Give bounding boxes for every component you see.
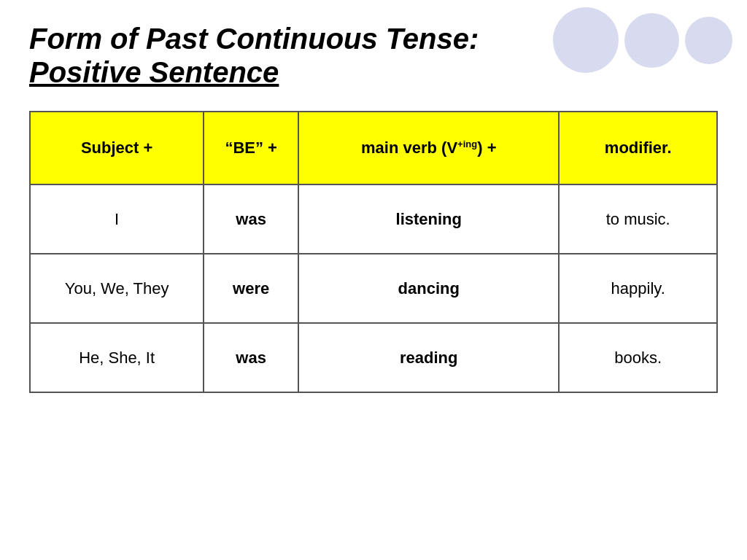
circle-1 — [553, 7, 619, 73]
table-row: He, She, It was reading books. — [30, 323, 717, 392]
title-line2: Positive Sentence — [29, 55, 514, 89]
row2-modifier: happily. — [559, 254, 717, 323]
header-modifier: modifier. — [559, 112, 717, 184]
row3-verb: reading — [298, 323, 559, 392]
circle-2 — [624, 13, 679, 68]
row3-be: was — [204, 323, 298, 392]
title-line1: Form of Past Continuous Tense: — [29, 22, 514, 55]
header-subject: Subject + — [30, 112, 204, 184]
row1-modifier: to music. — [559, 184, 717, 254]
decorative-circles — [553, 7, 732, 73]
header-verb-superscript: +ing — [457, 139, 477, 149]
row1-subject: I — [30, 184, 204, 254]
row1-verb: listening — [298, 184, 559, 254]
row2-be: were — [204, 254, 298, 323]
table-row: You, We, They were dancing happily. — [30, 254, 717, 323]
header-verb-suffix: ) + — [477, 139, 496, 157]
grammar-table: Subject + “BE” + main verb (V+ing) + mod… — [29, 111, 718, 393]
header-be: “BE” + — [204, 112, 298, 184]
row2-subject: You, We, They — [30, 254, 204, 323]
row2-verb: dancing — [298, 254, 559, 323]
table-header-row: Subject + “BE” + main verb (V+ing) + mod… — [30, 112, 717, 184]
circle-3 — [685, 17, 732, 64]
header-verb-prefix: main verb (V — [361, 139, 457, 157]
row3-modifier: books. — [559, 323, 717, 392]
row3-subject: He, She, It — [30, 323, 204, 392]
table-row: I was listening to music. — [30, 184, 717, 254]
row1-be: was — [204, 184, 298, 254]
page-container: Form of Past Continuous Tense: Positive … — [0, 0, 747, 560]
header-verb: main verb (V+ing) + — [298, 112, 559, 184]
